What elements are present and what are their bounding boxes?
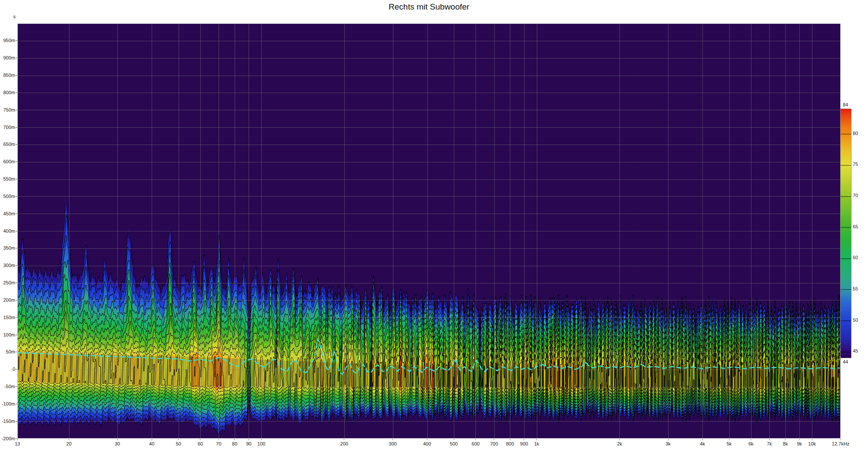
y-tick-label: -100m	[0, 401, 15, 407]
y-tick-mark	[16, 335, 17, 335]
colorbar-max-label: 84	[838, 102, 853, 108]
y-tick-label: 350m	[0, 245, 15, 251]
y-tick-mark	[16, 58, 17, 58]
x-tick-mark	[200, 439, 200, 440]
y-tick-mark	[16, 352, 17, 352]
colorbar-tick-label: 55	[853, 286, 868, 292]
y-tick-label: 900m	[0, 55, 15, 61]
x-tick-mark	[344, 439, 344, 440]
x-tick-label: 12.7kHz	[825, 441, 856, 447]
y-tick-mark	[16, 179, 17, 179]
x-tick-mark	[619, 439, 620, 440]
y-tick-label: -200m	[0, 436, 15, 442]
x-tick-mark	[454, 439, 454, 440]
y-tick-mark	[16, 300, 17, 300]
x-tick-mark	[812, 439, 812, 440]
x-tick-mark	[702, 439, 703, 440]
y-tick-mark	[16, 265, 17, 266]
y-tick-mark	[16, 144, 17, 145]
y-tick-label: 200m	[0, 297, 15, 303]
x-tick-label: 200	[329, 441, 359, 447]
x-tick-mark	[261, 439, 262, 440]
y-tick-label: 500m	[0, 194, 15, 199]
y-tick-label: 450m	[0, 211, 15, 217]
x-tick-mark	[249, 439, 249, 440]
x-tick-label: 30	[102, 441, 133, 447]
x-tick-mark	[524, 439, 524, 440]
y-axis-unit-label: s	[0, 14, 16, 19]
x-tick-mark	[152, 439, 152, 440]
x-tick-label: 20	[54, 441, 84, 447]
y-tick-mark	[16, 283, 17, 283]
x-tick-mark	[510, 439, 510, 440]
x-tick-mark	[234, 439, 235, 440]
colorbar-tick-label: 50	[853, 317, 868, 323]
y-tick-mark	[16, 386, 17, 387]
colorbar-tick-label: 65	[853, 224, 868, 230]
y-tick-label: 250m	[0, 280, 15, 286]
x-tick-mark	[841, 439, 841, 440]
y-tick-label: 800m	[0, 90, 15, 96]
y-tick-label: 100m	[0, 332, 15, 338]
colorbar-tick-label: 75	[853, 162, 868, 167]
x-tick-label: 2k	[604, 441, 635, 447]
y-tick-label: 0	[0, 366, 15, 372]
x-tick-mark	[494, 439, 494, 440]
y-tick-mark	[16, 214, 17, 214]
page-title: Rechts mit Subwoofer	[17, 2, 841, 12]
x-tick-mark	[427, 439, 427, 440]
y-tick-mark	[16, 110, 17, 110]
y-tick-label: 750m	[0, 107, 15, 113]
colorbar-tick-label: 70	[853, 193, 868, 198]
y-tick-label: 650m	[0, 142, 15, 147]
x-tick-mark	[117, 439, 118, 440]
colorbar-min-label: 44	[838, 359, 853, 365]
x-tick-mark	[17, 439, 18, 440]
y-tick-mark	[16, 162, 17, 162]
spectrogram-canvas	[17, 23, 841, 439]
x-tick-label: 400	[412, 441, 442, 447]
spectrogram-figure: Rechts mit Subwoofer s 950m900m850m800m7…	[0, 0, 868, 452]
y-tick-label: 950m	[0, 38, 15, 43]
x-tick-label: 13	[2, 441, 33, 447]
x-tick-mark	[536, 439, 537, 440]
x-tick-mark	[769, 439, 770, 440]
x-tick-label: 100	[246, 441, 276, 447]
y-tick-mark	[16, 404, 17, 404]
x-tick-mark	[178, 439, 179, 440]
y-tick-label: -50m	[0, 384, 15, 389]
y-tick-label: 150m	[0, 315, 15, 320]
x-tick-mark	[785, 439, 785, 440]
y-tick-label: 700m	[0, 125, 15, 130]
x-tick-mark	[69, 439, 69, 440]
y-tick-label: -150m	[0, 419, 15, 424]
y-tick-label: 600m	[0, 159, 15, 165]
x-tick-label: 300	[378, 441, 408, 447]
x-tick-mark	[799, 439, 800, 440]
y-tick-mark	[16, 92, 17, 93]
colorbar-tick-label: 60	[853, 255, 868, 261]
y-tick-label: 850m	[0, 73, 15, 78]
colorbar-tick-label: 45	[853, 348, 868, 354]
y-tick-mark	[16, 421, 17, 422]
x-tick-label: 40	[136, 441, 167, 447]
x-tick-mark	[751, 439, 751, 440]
y-tick-mark	[16, 75, 17, 76]
x-tick-label: 4k	[687, 441, 718, 447]
y-tick-mark	[16, 369, 17, 370]
x-tick-mark	[392, 439, 393, 440]
x-tick-label: 3k	[653, 441, 683, 447]
y-tick-mark	[16, 248, 17, 248]
colorbar-tick-label: 80	[853, 131, 868, 136]
x-tick-label: 10k	[797, 441, 827, 447]
y-tick-label: 300m	[0, 263, 15, 268]
y-tick-label: 50m	[0, 349, 15, 355]
y-tick-mark	[16, 40, 17, 41]
colorbar-gradient	[840, 109, 851, 358]
x-tick-mark	[729, 439, 729, 440]
x-tick-mark	[219, 439, 219, 440]
y-tick-label: 550m	[0, 176, 15, 182]
y-tick-mark	[16, 317, 17, 318]
y-tick-mark	[16, 127, 17, 128]
y-tick-mark	[16, 231, 17, 231]
